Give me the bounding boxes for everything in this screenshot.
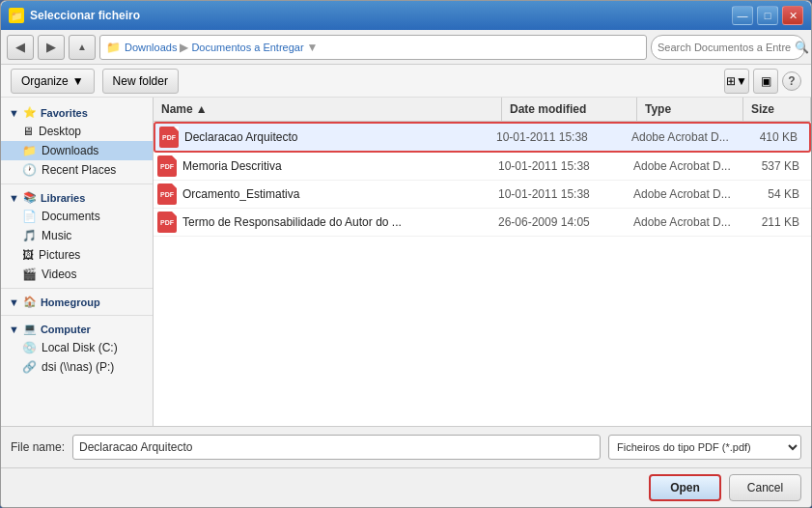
local-disk-icon: 💿 xyxy=(22,341,37,354)
computer-label: Computer xyxy=(41,324,91,335)
file-type-select[interactable]: Ficheiros do tipo PDF (*.pdf)All Files (… xyxy=(608,435,801,460)
file-date: 10-01-2011 15:38 xyxy=(496,130,631,144)
computer-icon: 💻 xyxy=(23,323,37,335)
table-row[interactable]: PDF Declaracao Arquitecto 10-01-2011 15:… xyxy=(154,122,811,153)
breadcrumb[interactable]: 📁 Downloads ▶ Documentos a Entregar ▼ xyxy=(99,35,647,60)
maximize-button[interactable]: □ xyxy=(757,6,778,25)
table-row[interactable]: PDF Memoria Descritiva 10-01-2011 15:38 … xyxy=(154,153,811,181)
file-type: Adobe Acrobat D... xyxy=(631,130,738,144)
dialog-title: Seleccionar ficheiro xyxy=(30,9,732,22)
organize-label: Organize xyxy=(21,74,69,88)
sidebar-item-local-disk-label: Local Disk (C:) xyxy=(42,341,118,354)
file-area: Name ▲ Date modified Type Size PDF Decla… xyxy=(154,98,811,426)
sidebar-divider-3 xyxy=(1,315,153,316)
file-date: 10-01-2011 15:38 xyxy=(498,159,633,173)
breadcrumb-part-2[interactable]: Documentos a Entregar xyxy=(191,42,303,53)
close-button[interactable]: ✕ xyxy=(782,6,803,25)
file-name: Termo de Responsabilidade do Autor do ..… xyxy=(182,215,498,229)
computer-section: ▼ 💻 Computer 💿 Local Disk (C:) 🔗 dsi (\\… xyxy=(1,320,153,377)
music-icon: 🎵 xyxy=(22,229,37,242)
file-size: 410 KB xyxy=(738,130,805,144)
recent-icon: 🕐 xyxy=(22,163,37,177)
preview-icon: ▣ xyxy=(761,74,771,88)
preview-button[interactable]: ▣ xyxy=(753,69,778,94)
col-header-type[interactable]: Type xyxy=(637,98,743,121)
sidebar-item-videos[interactable]: 🎬 Videos xyxy=(1,265,153,284)
downloads-icon: 📁 xyxy=(22,144,37,157)
libraries-label: Libraries xyxy=(41,192,85,204)
col-name-sort-icon: ▲ xyxy=(196,102,208,116)
sidebar-item-desktop[interactable]: 🖥 Desktop xyxy=(1,122,153,141)
pdf-icon: PDF xyxy=(157,212,177,233)
sidebar-item-music[interactable]: 🎵 Music xyxy=(1,226,153,245)
file-name: Orcamento_Estimativa xyxy=(182,187,498,201)
homegroup-header[interactable]: ▼ 🏠 Homegroup xyxy=(1,293,153,311)
dsi-icon: 🔗 xyxy=(22,360,37,374)
sidebar-item-downloads[interactable]: 📁 Downloads xyxy=(1,141,153,160)
main-area: ▼ ⭐ Favorites 🖥 Desktop 📁 Downloads 🕐 Re… xyxy=(1,98,811,426)
file-name-label: File name: xyxy=(11,440,65,454)
view-toggle-button[interactable]: ⊞▼ xyxy=(724,69,749,94)
sidebar-item-music-label: Music xyxy=(42,229,71,242)
libraries-chevron-icon: ▼ xyxy=(9,192,19,204)
file-type: Adobe Acrobat D... xyxy=(633,187,740,201)
table-row[interactable]: PDF Orcamento_Estimativa 10-01-2011 15:3… xyxy=(154,181,811,209)
navigation-bar: ◀ ▶ ▲ 📁 Downloads ▶ Documentos a Entrega… xyxy=(1,30,811,65)
sidebar-item-dsi[interactable]: 🔗 dsi (\\nas) (P:) xyxy=(1,357,153,377)
file-name-bar: File name: Ficheiros do tipo PDF (*.pdf)… xyxy=(1,426,811,467)
file-date: 10-01-2011 15:38 xyxy=(498,187,633,201)
cancel-button[interactable]: Cancel xyxy=(729,474,801,501)
pdf-icon: PDF xyxy=(157,155,177,177)
new-folder-button[interactable]: New folder xyxy=(102,69,179,94)
homegroup-section: ▼ 🏠 Homegroup xyxy=(1,293,153,311)
libraries-icon: 📚 xyxy=(23,191,37,204)
pdf-icon: PDF xyxy=(157,183,177,205)
videos-icon: 🎬 xyxy=(22,268,37,281)
sidebar-item-local-disk[interactable]: 💿 Local Disk (C:) xyxy=(1,338,153,357)
view-dropdown-icon: ▼ xyxy=(736,74,747,88)
cancel-label: Cancel xyxy=(747,481,783,494)
col-header-name[interactable]: Name ▲ xyxy=(154,98,502,121)
back-button[interactable]: ◀ xyxy=(7,35,34,60)
search-input[interactable] xyxy=(658,42,791,53)
breadcrumb-icon: 📁 xyxy=(106,41,121,54)
favorites-header[interactable]: ▼ ⭐ Favorites xyxy=(1,103,153,122)
computer-header[interactable]: ▼ 💻 Computer xyxy=(1,320,153,338)
bottom-section: File name: Ficheiros do tipo PDF (*.pdf)… xyxy=(1,426,811,507)
sidebar: ▼ ⭐ Favorites 🖥 Desktop 📁 Downloads 🕐 Re… xyxy=(1,98,154,426)
file-type: Adobe Acrobat D... xyxy=(633,159,740,173)
file-name: Memoria Descritiva xyxy=(182,159,498,173)
view-icon: ⊞ xyxy=(726,74,736,88)
file-size: 211 KB xyxy=(740,215,807,229)
table-row[interactable]: PDF Termo de Responsabilidade do Autor d… xyxy=(154,209,811,237)
sidebar-item-recent[interactable]: 🕐 Recent Places xyxy=(1,160,153,180)
sidebar-item-pictures-label: Pictures xyxy=(39,248,80,262)
organize-button[interactable]: Organize ▼ xyxy=(11,69,95,94)
help-icon: ? xyxy=(788,74,795,88)
favorites-chevron-icon: ▼ xyxy=(9,107,19,119)
desktop-icon: 🖥 xyxy=(22,125,34,138)
toolbar-right: ⊞▼ ▣ ? xyxy=(724,69,801,94)
col-header-date[interactable]: Date modified xyxy=(502,98,637,121)
sidebar-item-videos-label: Videos xyxy=(42,268,76,281)
file-date: 26-06-2009 14:05 xyxy=(498,215,633,229)
file-name-input[interactable] xyxy=(72,435,601,460)
documents-icon: 📄 xyxy=(22,210,37,223)
libraries-header[interactable]: ▼ 📚 Libraries xyxy=(1,188,153,207)
breadcrumb-part-1[interactable]: Downloads xyxy=(125,42,177,53)
sidebar-item-pictures[interactable]: 🖼 Pictures xyxy=(1,245,153,265)
help-button[interactable]: ? xyxy=(782,71,801,91)
sidebar-item-documents[interactable]: 📄 Documents xyxy=(1,207,153,226)
search-box[interactable]: 🔍 xyxy=(651,35,805,60)
up-button[interactable]: ▲ xyxy=(69,35,96,60)
sidebar-divider-2 xyxy=(1,288,153,289)
sidebar-item-desktop-label: Desktop xyxy=(39,125,81,138)
minimize-button[interactable]: — xyxy=(732,6,753,25)
forward-button[interactable]: ▶ xyxy=(38,35,65,60)
open-button[interactable]: Open xyxy=(649,474,721,501)
homegroup-label: Homegroup xyxy=(41,296,100,308)
sidebar-item-recent-label: Recent Places xyxy=(42,163,116,177)
file-type: Adobe Acrobat D... xyxy=(633,215,740,229)
col-header-size[interactable]: Size xyxy=(743,98,811,121)
file-list-header: Name ▲ Date modified Type Size xyxy=(154,98,811,122)
